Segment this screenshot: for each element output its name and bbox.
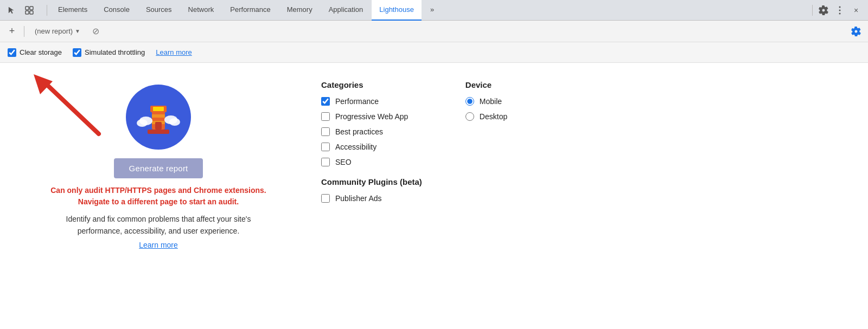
options-bar: Clear storage Simulated throttling Learn… <box>0 42 868 63</box>
tab-elements[interactable]: Elements <box>50 0 95 21</box>
seo-label: SEO <box>335 158 352 166</box>
svg-point-16 <box>137 119 148 127</box>
desktop-label: Desktop <box>480 112 507 121</box>
publisher-ads-checkbox[interactable] <box>321 194 330 203</box>
report-select-label: (new report) <box>35 27 73 35</box>
tab-sources[interactable]: Sources <box>138 0 180 21</box>
tab-divider <box>47 5 47 16</box>
svg-rect-2 <box>25 11 29 14</box>
devtools-icons <box>4 3 37 18</box>
performance-checkbox[interactable] <box>321 97 330 106</box>
desktop-radio[interactable] <box>465 112 474 121</box>
best-practices-label: Best practices <box>335 127 383 136</box>
toolbar-right <box>850 25 863 38</box>
devtools-close-icon[interactable]: × <box>848 3 864 18</box>
pwa-label: Progressive Web App <box>335 112 408 121</box>
toolbar: + (new report) ▼ ⊘ <box>0 21 868 42</box>
device-mobile[interactable]: Mobile <box>465 97 507 106</box>
tab-bar: Elements Console Sources Network Perform… <box>0 0 868 21</box>
svg-rect-13 <box>153 107 164 111</box>
main-content: Generate report Can only audit HTTP/HTTP… <box>0 63 868 329</box>
category-pwa[interactable]: Progressive Web App <box>321 112 422 121</box>
accessibility-checkbox[interactable] <box>321 143 330 151</box>
svg-rect-0 <box>25 7 29 10</box>
clear-storage-label: Clear storage <box>20 48 62 56</box>
add-report-button[interactable]: + <box>5 25 18 38</box>
svg-marker-8 <box>34 74 53 94</box>
category-performance[interactable]: Performance <box>321 97 422 106</box>
community-title: Community Plugins (beta) <box>321 177 422 186</box>
devtools-more-icon[interactable] <box>832 3 847 18</box>
svg-rect-19 <box>148 130 169 134</box>
clear-storage-checkbox-label[interactable]: Clear storage <box>8 48 62 57</box>
error-line2: Navigate to a different page to start an… <box>50 196 266 208</box>
tab-console[interactable]: Console <box>96 0 137 21</box>
category-best-practices[interactable]: Best practices <box>321 127 422 136</box>
accessibility-label: Accessibility <box>335 143 376 151</box>
pwa-checkbox[interactable] <box>321 112 330 121</box>
lighthouse-settings-icon[interactable] <box>850 25 863 38</box>
svg-point-6 <box>839 12 841 14</box>
error-message: Can only audit HTTP/HTTPS pages and Chro… <box>50 185 266 208</box>
community-publisher-ads[interactable]: Publisher Ads <box>321 194 422 203</box>
simulated-throttling-checkbox-label[interactable]: Simulated throttling <box>73 48 145 57</box>
categories-title: Categories <box>321 80 422 89</box>
clear-storage-checkbox[interactable] <box>8 48 16 57</box>
cursor-icon[interactable] <box>4 3 20 18</box>
stop-button[interactable]: ⊘ <box>88 24 104 39</box>
tab-overflow[interactable]: » <box>423 0 442 21</box>
tab-lighthouse[interactable]: Lighthouse <box>372 0 422 21</box>
devtools-settings-icon[interactable] <box>816 3 831 18</box>
arrow-annotation <box>28 72 104 137</box>
device-desktop[interactable]: Desktop <box>465 112 507 121</box>
svg-line-7 <box>44 82 99 134</box>
throttling-learn-more-link[interactable]: Learn more <box>156 48 192 56</box>
svg-rect-3 <box>30 11 33 14</box>
left-panel: Generate report Can only audit HTTP/HTTP… <box>17 76 299 316</box>
community-section: Community Plugins (beta) Publisher Ads <box>321 177 422 203</box>
device-section: Device Mobile Desktop <box>465 80 507 316</box>
best-practices-checkbox[interactable] <box>321 127 330 136</box>
category-seo[interactable]: SEO <box>321 158 422 166</box>
simulated-throttling-label: Simulated throttling <box>85 48 145 56</box>
simulated-throttling-checkbox[interactable] <box>73 48 81 57</box>
report-selector[interactable]: (new report) ▼ <box>30 25 85 37</box>
tab-application[interactable]: Application <box>321 0 371 21</box>
categories-section: Categories Performance Progressive Web A… <box>321 80 422 316</box>
svg-rect-14 <box>155 122 162 130</box>
mobile-radio[interactable] <box>465 97 474 106</box>
publisher-ads-label: Publisher Ads <box>335 194 382 203</box>
tab-memory[interactable]: Memory <box>279 0 320 21</box>
right-divider <box>812 5 813 16</box>
error-line1: Can only audit HTTP/HTTPS pages and Chro… <box>50 185 266 196</box>
layers-icon[interactable] <box>22 3 37 18</box>
svg-point-5 <box>839 9 841 11</box>
report-select-arrow-icon: ▼ <box>75 28 80 34</box>
mobile-label: Mobile <box>480 97 502 106</box>
generate-report-button[interactable]: Generate report <box>114 158 203 178</box>
tab-performance[interactable]: Performance <box>222 0 278 21</box>
category-accessibility[interactable]: Accessibility <box>321 143 422 151</box>
performance-label: Performance <box>335 97 379 106</box>
description-text: Identify and fix common problems that af… <box>44 213 272 237</box>
svg-point-18 <box>169 118 180 126</box>
svg-rect-1 <box>30 7 33 10</box>
device-title: Device <box>465 80 507 89</box>
main-learn-more-link[interactable]: Learn more <box>139 241 178 249</box>
right-panel: Categories Performance Progressive Web A… <box>321 76 851 316</box>
svg-point-4 <box>839 6 841 8</box>
lighthouse-logo <box>126 85 191 150</box>
tab-network[interactable]: Network <box>181 0 222 21</box>
svg-rect-10 <box>152 114 165 118</box>
toolbar-divider <box>24 26 24 37</box>
seo-checkbox[interactable] <box>321 158 330 166</box>
